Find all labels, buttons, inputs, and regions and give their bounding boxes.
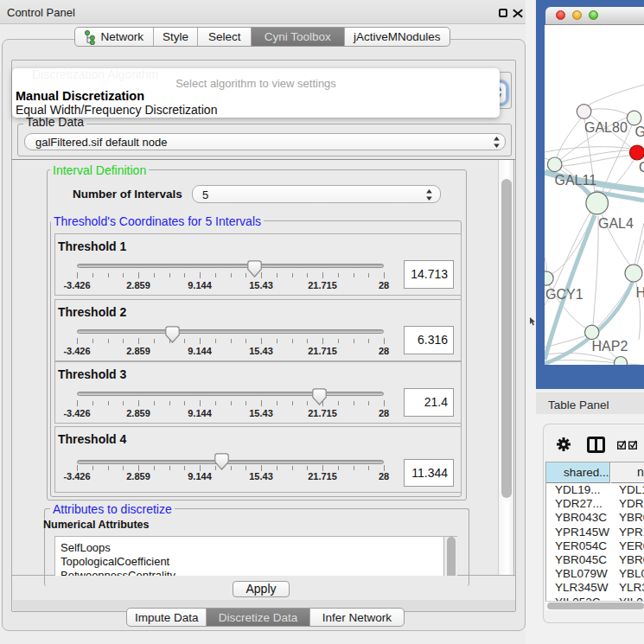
svg-text:GAL80: GAL80: [584, 120, 628, 135]
svg-text:HAP2: HAP2: [592, 339, 628, 354]
svg-text:GAL11: GAL11: [555, 173, 597, 188]
svg-text:H: H: [636, 285, 644, 300]
svg-text:GCY1: GCY1: [545, 287, 583, 302]
svg-text:GAL4: GAL4: [598, 216, 634, 231]
svg-text:G: G: [635, 124, 644, 139]
svg-text:C: C: [639, 160, 644, 175]
